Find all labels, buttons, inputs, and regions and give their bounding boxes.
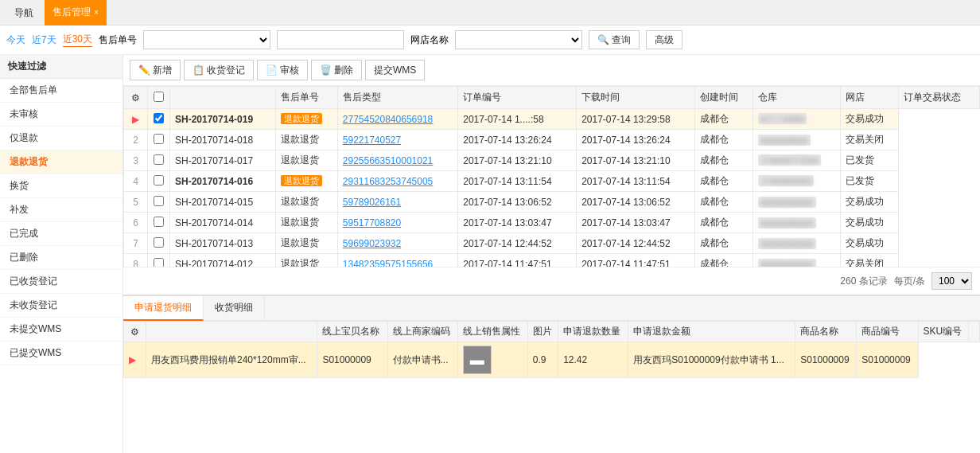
sidebar-item[interactable]: 未审核 <box>0 103 122 127</box>
row-checkbox-cell <box>148 192 170 213</box>
per-page-select[interactable]: 100 50 20 <box>931 272 972 290</box>
7days-btn[interactable]: 近7天 <box>32 33 56 47</box>
order-number[interactable]: 29255663510001021 <box>337 150 457 171</box>
tab-close-icon[interactable]: × <box>94 8 99 17</box>
after-sale-type: 退款退货 <box>275 254 337 268</box>
row-checkbox[interactable] <box>154 217 164 227</box>
row-checkbox-cell <box>148 130 170 150</box>
search-input[interactable] <box>277 30 404 49</box>
order-number[interactable]: 13482359575155656 <box>337 254 457 268</box>
row-checkbox-cell <box>148 213 170 233</box>
after-sale-type: 退款退货 <box>275 130 337 150</box>
after-sale-type: 退款退货 <box>275 213 337 233</box>
created-time: 2017-07-14 13:11:54 <box>577 171 695 192</box>
row-number: ▶ <box>124 109 148 130</box>
sidebar-item[interactable]: 换货 <box>0 174 122 198</box>
row-checkbox[interactable] <box>154 258 164 268</box>
shop: 苏■■■■寿藏■■ <box>753 150 841 171</box>
top-nav: 导航 售后管理 × <box>0 0 980 25</box>
advanced-button[interactable]: 高级 <box>646 30 682 49</box>
row-checkbox[interactable] <box>154 175 164 185</box>
sidebar-item[interactable]: 退款退货 <box>0 150 122 174</box>
created-time: 2017-07-14 13:26:24 <box>577 130 695 150</box>
table-row[interactable]: 5SH-20170714-015退款退货597890261612017-07-1… <box>124 192 980 213</box>
bottom-table-row[interactable]: ▶用友西玛费用报销单240*120mm审...S01000009付款申请书...… <box>124 342 980 378</box>
bottom-cell-extra-0: 0.9 <box>527 342 558 378</box>
sidebar-item[interactable]: 已删除 <box>0 246 122 270</box>
row-checkbox[interactable] <box>154 196 164 206</box>
table-row[interactable]: ▶SH-20170714-019退款退货27754520840656918201… <box>124 109 980 130</box>
select-all-checkbox[interactable] <box>154 92 164 102</box>
gear-icon[interactable]: ⚙ <box>124 87 148 109</box>
bottom-col-header-6: 申请退款金额 <box>628 322 795 342</box>
table-row[interactable]: 3SH-20170714-017退款退货29255663510001021201… <box>124 150 980 171</box>
tab-label: 售后管理 <box>52 6 91 19</box>
sidebar-item[interactable]: 已收货登记 <box>0 270 122 294</box>
table-row[interactable]: 7SH-20170714-013退款退货596990239322017-07-1… <box>124 233 980 254</box>
download-time: 2017-07-14 13:11:54 <box>458 171 577 192</box>
nav-label[interactable]: 导航 <box>6 0 41 25</box>
col-header-7: 仓库 <box>753 87 841 109</box>
order-number[interactable]: 59699023932 <box>337 233 457 254</box>
delete-button[interactable]: 🗑️ 删除 <box>311 60 362 80</box>
shop: 苏■■■■■■■■ <box>753 171 841 192</box>
sidebar-item[interactable]: 补发 <box>0 198 122 222</box>
row-checkbox[interactable] <box>154 134 164 144</box>
submit-wms-button[interactable]: 提交WMS <box>365 60 425 80</box>
sidebar-item[interactable]: 未收货登记 <box>0 294 122 318</box>
table-row[interactable]: 2SH-20170714-018退款退货592217405272017-07-1… <box>124 130 980 150</box>
sidebar-title: 快速过滤 <box>0 55 122 79</box>
table-row[interactable]: 4SH-20170714-016退款退货29311683253745005201… <box>124 171 980 192</box>
shop-name-select[interactable] <box>455 30 582 49</box>
after-sale-id: SH-20170714-013 <box>170 233 276 254</box>
order-status: 交易关闭 <box>841 130 899 150</box>
order-number[interactable]: 59517708820 <box>337 213 457 233</box>
after-sale-type: 退款退货 <box>275 171 337 192</box>
bottom-gear-icon[interactable]: ⚙ <box>124 322 146 342</box>
record-count: 260 条记录 <box>840 275 887 288</box>
row-number: 4 <box>124 171 148 192</box>
order-number[interactable]: 27754520840656918 <box>337 109 457 130</box>
download-time: 2017-07-14 1....:58 <box>458 109 577 130</box>
row-checkbox[interactable] <box>154 237 164 248</box>
sidebar-item[interactable]: 全部售后单 <box>0 79 122 103</box>
30days-btn[interactable]: 近30天 <box>63 33 92 47</box>
review-button[interactable]: 📄 审核 <box>257 60 308 80</box>
sidebar-item[interactable]: 已完成 <box>0 222 122 246</box>
shop-name-label: 网店名称 <box>410 33 449 47</box>
receive-icon: 📋 <box>192 64 204 76</box>
bottom-cell-extra-4: S01000009 <box>857 342 918 378</box>
shop: ■■■■■■■■■■ <box>753 254 841 268</box>
after-sale-tab[interactable]: 售后管理 × <box>45 0 107 25</box>
bottom-tab[interactable]: 收货明细 <box>204 296 265 320</box>
search-button[interactable]: 🔍 查询 <box>589 30 640 49</box>
delete-icon: 🗑️ <box>320 64 332 76</box>
sidebar-item[interactable]: 已提交WMS <box>0 342 122 365</box>
sidebar-item[interactable]: 未提交WMS <box>0 318 122 342</box>
row-checkbox[interactable] <box>154 154 164 165</box>
bottom-tabs: 申请退货明细收货明细 <box>123 296 980 321</box>
warehouse: 成都仓 <box>695 150 753 171</box>
table-row[interactable]: 8SH-20170714-012退款退货13482359575155656201… <box>124 254 980 268</box>
col-header-0 <box>148 87 170 109</box>
row-checkbox-cell <box>148 150 170 171</box>
new-button[interactable]: ✏️ 新增 <box>130 60 181 80</box>
receive-button[interactable]: 📋 收货登记 <box>184 60 254 80</box>
play-icon[interactable]: ▶ <box>132 114 139 125</box>
today-btn[interactable]: 今天 <box>6 33 25 47</box>
bottom-play-icon[interactable]: ▶ <box>124 342 146 378</box>
sidebar-item[interactable]: 仅退款 <box>0 127 122 150</box>
order-number[interactable]: 29311683253745005 <box>337 171 457 192</box>
row-checkbox[interactable] <box>154 113 164 123</box>
order-number[interactable]: 59789026161 <box>337 192 457 213</box>
order-status: 交易成功 <box>841 233 899 254</box>
warehouse: 成都仓 <box>695 171 753 192</box>
bottom-tab[interactable]: 申请退货明细 <box>123 296 204 321</box>
after-sale-no-select[interactable] <box>143 30 270 49</box>
bottom-table: ⚙线上宝贝名称线上商家编码线上销售属性图片申请退款数量申请退款金额商品名称商品编… <box>123 321 980 378</box>
created-time: 2017-07-14 11:47:51 <box>577 254 695 268</box>
table-row[interactable]: 6SH-20170714-014退款退货595177088202017-07-1… <box>124 213 980 233</box>
bottom-cell-extra-3: S01000009 <box>795 342 857 378</box>
order-number[interactable]: 59221740527 <box>337 130 457 150</box>
warehouse: 成都仓 <box>695 233 753 254</box>
